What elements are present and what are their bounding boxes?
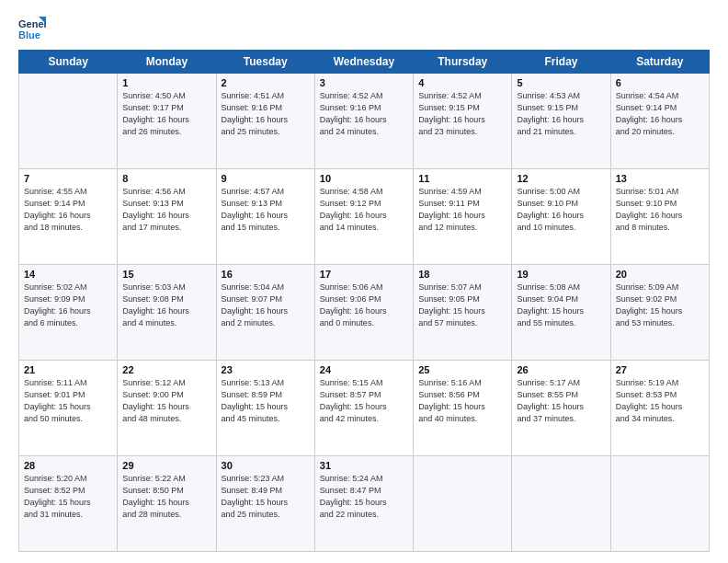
cell-info: Sunrise: 5:02 AM Sunset: 9:09 PM Dayligh…	[24, 282, 112, 329]
calendar-cell: 16Sunrise: 5:04 AM Sunset: 9:07 PM Dayli…	[216, 265, 314, 361]
cell-info: Sunrise: 4:50 AM Sunset: 9:17 PM Dayligh…	[122, 90, 210, 138]
cell-info: Sunrise: 4:53 AM Sunset: 9:15 PM Dayligh…	[517, 90, 605, 138]
calendar-cell	[610, 456, 709, 552]
day-header: Saturday	[610, 51, 709, 74]
calendar-cell	[19, 74, 118, 169]
cell-info: Sunrise: 5:00 AM Sunset: 9:10 PM Dayligh…	[517, 186, 605, 234]
calendar-cell: 4Sunrise: 4:52 AM Sunset: 9:15 PM Daylig…	[414, 74, 512, 169]
calendar-week-row: 28Sunrise: 5:20 AM Sunset: 8:52 PM Dayli…	[19, 456, 710, 552]
cell-info: Sunrise: 5:17 AM Sunset: 8:55 PM Dayligh…	[517, 377, 605, 425]
cell-info: Sunrise: 5:04 AM Sunset: 9:07 PM Dayligh…	[222, 282, 310, 329]
calendar-cell: 8Sunrise: 4:56 AM Sunset: 9:13 PM Daylig…	[118, 169, 216, 265]
cell-info: Sunrise: 5:03 AM Sunset: 9:08 PM Dayligh…	[122, 282, 210, 329]
cell-info: Sunrise: 5:12 AM Sunset: 9:00 PM Dayligh…	[122, 377, 210, 425]
cell-date: 30	[222, 460, 310, 471]
calendar-cell: 6Sunrise: 4:54 AM Sunset: 9:14 PM Daylig…	[610, 74, 709, 169]
cell-info: Sunrise: 4:52 AM Sunset: 9:15 PM Dayligh…	[418, 90, 506, 138]
cell-info: Sunrise: 4:58 AM Sunset: 9:12 PM Dayligh…	[320, 186, 408, 234]
cell-info: Sunrise: 5:24 AM Sunset: 8:47 PM Dayligh…	[320, 473, 408, 521]
calendar-cell: 28Sunrise: 5:20 AM Sunset: 8:52 PM Dayli…	[19, 456, 118, 552]
calendar-cell: 11Sunrise: 4:59 AM Sunset: 9:11 PM Dayli…	[414, 169, 512, 265]
cell-date: 29	[122, 460, 210, 471]
calendar-week-row: 1Sunrise: 4:50 AM Sunset: 9:17 PM Daylig…	[19, 74, 710, 169]
calendar-cell: 2Sunrise: 4:51 AM Sunset: 9:16 PM Daylig…	[216, 74, 314, 169]
day-header: Sunday	[19, 51, 118, 74]
cell-date: 20	[616, 269, 704, 280]
cell-info: Sunrise: 5:06 AM Sunset: 9:06 PM Dayligh…	[320, 282, 408, 329]
svg-text:Blue: Blue	[18, 29, 40, 40]
calendar-cell: 22Sunrise: 5:12 AM Sunset: 9:00 PM Dayli…	[118, 361, 216, 456]
calendar-week-row: 7Sunrise: 4:55 AM Sunset: 9:14 PM Daylig…	[19, 169, 710, 265]
calendar-page: General Blue SundayMondayTuesdayWednesda…	[0, 0, 728, 563]
cell-info: Sunrise: 5:13 AM Sunset: 8:59 PM Dayligh…	[222, 377, 310, 425]
calendar-cell: 3Sunrise: 4:52 AM Sunset: 9:16 PM Daylig…	[314, 74, 413, 169]
calendar-cell: 7Sunrise: 4:55 AM Sunset: 9:14 PM Daylig…	[19, 169, 118, 265]
calendar-table: SundayMondayTuesdayWednesdayThursdayFrid…	[18, 50, 710, 552]
calendar-cell: 18Sunrise: 5:07 AM Sunset: 9:05 PM Dayli…	[414, 265, 512, 361]
cell-date: 2	[222, 77, 310, 88]
cell-date: 18	[418, 269, 506, 280]
cell-date: 24	[320, 364, 408, 375]
svg-text:General: General	[18, 18, 46, 29]
cell-date: 16	[222, 269, 310, 280]
cell-info: Sunrise: 4:57 AM Sunset: 9:13 PM Dayligh…	[222, 186, 310, 234]
calendar-cell: 10Sunrise: 4:58 AM Sunset: 9:12 PM Dayli…	[314, 169, 413, 265]
cell-info: Sunrise: 5:11 AM Sunset: 9:01 PM Dayligh…	[24, 377, 112, 425]
day-header: Monday	[118, 51, 216, 74]
calendar-cell: 26Sunrise: 5:17 AM Sunset: 8:55 PM Dayli…	[512, 361, 610, 456]
cell-info: Sunrise: 5:01 AM Sunset: 9:10 PM Dayligh…	[616, 186, 704, 234]
cell-info: Sunrise: 5:15 AM Sunset: 8:57 PM Dayligh…	[320, 377, 408, 425]
cell-date: 8	[122, 173, 210, 184]
calendar-cell	[512, 456, 610, 552]
cell-date: 1	[122, 77, 210, 88]
cell-date: 4	[418, 77, 506, 88]
day-header: Thursday	[414, 51, 512, 74]
cell-date: 15	[122, 269, 210, 280]
cell-date: 13	[616, 173, 704, 184]
calendar-cell: 14Sunrise: 5:02 AM Sunset: 9:09 PM Dayli…	[19, 265, 118, 361]
cell-date: 3	[320, 77, 408, 88]
cell-info: Sunrise: 5:08 AM Sunset: 9:04 PM Dayligh…	[517, 282, 605, 329]
cell-info: Sunrise: 4:52 AM Sunset: 9:16 PM Dayligh…	[320, 90, 408, 138]
header: General Blue	[18, 15, 710, 42]
calendar-cell: 12Sunrise: 5:00 AM Sunset: 9:10 PM Dayli…	[512, 169, 610, 265]
calendar-cell: 1Sunrise: 4:50 AM Sunset: 9:17 PM Daylig…	[118, 74, 216, 169]
logo-svg: General Blue	[18, 15, 46, 42]
calendar-cell: 31Sunrise: 5:24 AM Sunset: 8:47 PM Dayli…	[314, 456, 413, 552]
cell-date: 19	[517, 269, 605, 280]
calendar-cell: 5Sunrise: 4:53 AM Sunset: 9:15 PM Daylig…	[512, 74, 610, 169]
cell-date: 31	[320, 460, 408, 471]
cell-info: Sunrise: 4:56 AM Sunset: 9:13 PM Dayligh…	[122, 186, 210, 234]
calendar-cell: 30Sunrise: 5:23 AM Sunset: 8:49 PM Dayli…	[216, 456, 314, 552]
cell-date: 22	[122, 364, 210, 375]
cell-info: Sunrise: 5:09 AM Sunset: 9:02 PM Dayligh…	[616, 282, 704, 329]
cell-info: Sunrise: 5:22 AM Sunset: 8:50 PM Dayligh…	[122, 473, 210, 521]
cell-date: 23	[222, 364, 310, 375]
day-header: Tuesday	[216, 51, 314, 74]
day-header: Friday	[512, 51, 610, 74]
cell-date: 7	[24, 173, 112, 184]
calendar-cell: 25Sunrise: 5:16 AM Sunset: 8:56 PM Dayli…	[414, 361, 512, 456]
cell-date: 11	[418, 173, 506, 184]
calendar-week-row: 14Sunrise: 5:02 AM Sunset: 9:09 PM Dayli…	[19, 265, 710, 361]
logo: General Blue	[18, 15, 46, 42]
calendar-cell: 20Sunrise: 5:09 AM Sunset: 9:02 PM Dayli…	[610, 265, 709, 361]
cell-date: 9	[222, 173, 310, 184]
calendar-cell: 24Sunrise: 5:15 AM Sunset: 8:57 PM Dayli…	[314, 361, 413, 456]
cell-date: 14	[24, 269, 112, 280]
header-row: SundayMondayTuesdayWednesdayThursdayFrid…	[19, 51, 710, 74]
cell-info: Sunrise: 5:23 AM Sunset: 8:49 PM Dayligh…	[222, 473, 310, 521]
cell-date: 10	[320, 173, 408, 184]
calendar-week-row: 21Sunrise: 5:11 AM Sunset: 9:01 PM Dayli…	[19, 361, 710, 456]
cell-date: 6	[616, 77, 704, 88]
cell-info: Sunrise: 4:55 AM Sunset: 9:14 PM Dayligh…	[24, 186, 112, 234]
cell-info: Sunrise: 5:16 AM Sunset: 8:56 PM Dayligh…	[418, 377, 506, 425]
calendar-cell: 19Sunrise: 5:08 AM Sunset: 9:04 PM Dayli…	[512, 265, 610, 361]
calendar-cell: 9Sunrise: 4:57 AM Sunset: 9:13 PM Daylig…	[216, 169, 314, 265]
day-header: Wednesday	[314, 51, 413, 74]
calendar-cell: 13Sunrise: 5:01 AM Sunset: 9:10 PM Dayli…	[610, 169, 709, 265]
cell-info: Sunrise: 4:54 AM Sunset: 9:14 PM Dayligh…	[616, 90, 704, 138]
cell-date: 27	[616, 364, 704, 375]
calendar-cell: 17Sunrise: 5:06 AM Sunset: 9:06 PM Dayli…	[314, 265, 413, 361]
cell-date: 28	[24, 460, 112, 471]
